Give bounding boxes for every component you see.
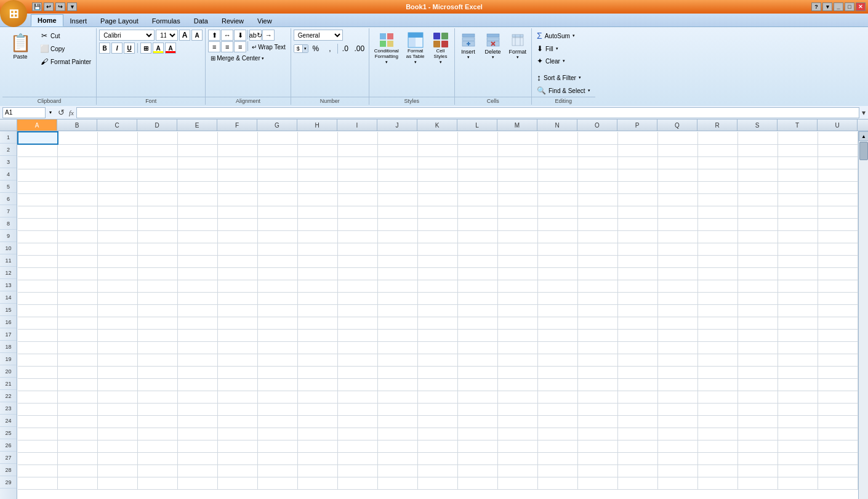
col-header-H[interactable]: H [297, 120, 337, 131]
cell-N9[interactable] [538, 230, 578, 243]
row-num-25[interactable]: 25 [0, 427, 17, 439]
cell-F6[interactable] [218, 193, 258, 206]
cell-T27[interactable] [778, 452, 818, 465]
cell-M11[interactable] [498, 255, 538, 267]
cell-M29[interactable] [498, 477, 538, 489]
cell-O14[interactable] [578, 292, 618, 304]
cell-K4[interactable] [418, 169, 458, 181]
cell-H4[interactable] [298, 169, 338, 181]
col-header-K[interactable]: K [417, 120, 457, 131]
cell-R8[interactable] [697, 218, 737, 230]
cell-T1[interactable] [778, 132, 818, 144]
cell-L13[interactable] [458, 280, 498, 292]
cell-E15[interactable] [178, 304, 218, 317]
cell-T18[interactable] [778, 341, 818, 354]
cell-U12[interactable] [818, 267, 858, 280]
cell-D1[interactable] [138, 132, 178, 144]
cell-F28[interactable] [218, 465, 258, 477]
cell-O7[interactable] [578, 206, 618, 218]
cell-P11[interactable] [618, 255, 658, 267]
cell-A15[interactable] [18, 304, 58, 317]
cell-H10[interactable] [298, 243, 338, 255]
cell-E12[interactable] [178, 267, 218, 280]
col-header-S[interactable]: S [737, 120, 778, 131]
cell-D18[interactable] [138, 341, 178, 354]
cell-styles-button[interactable]: CellStyles ▾ [430, 30, 452, 67]
cell-T5[interactable] [778, 181, 818, 193]
cell-G18[interactable] [258, 341, 298, 354]
decrease-decimal-btn[interactable]: .00 [353, 42, 366, 55]
cell-J23[interactable] [378, 403, 418, 415]
row-num-19[interactable]: 19 [0, 353, 17, 365]
cell-L10[interactable] [458, 243, 498, 255]
cell-U21[interactable] [818, 378, 858, 391]
insert-button[interactable]: Insert ▾ [457, 30, 480, 62]
scroll-up-btn[interactable]: ▲ [859, 131, 868, 141]
tab-view[interactable]: View [251, 14, 279, 26]
cell-Q22[interactable] [658, 391, 698, 403]
cell-S12[interactable] [737, 267, 778, 280]
cell-B27[interactable] [58, 452, 98, 465]
cell-I6[interactable] [338, 193, 378, 206]
cell-F3[interactable] [218, 156, 258, 169]
cell-K13[interactable] [418, 280, 458, 292]
cell-K18[interactable] [418, 341, 458, 354]
cell-N8[interactable] [538, 218, 578, 230]
cell-E11[interactable] [178, 255, 218, 267]
font-color-button[interactable]: A [165, 43, 176, 54]
cell-B14[interactable] [58, 292, 98, 304]
cell-T11[interactable] [778, 255, 818, 267]
cell-M25[interactable] [498, 428, 538, 440]
cell-D23[interactable] [138, 403, 178, 415]
cell-K25[interactable] [418, 428, 458, 440]
cell-T9[interactable] [778, 230, 818, 243]
cell-T6[interactable] [778, 193, 818, 206]
cell-T12[interactable] [778, 267, 818, 280]
cell-D7[interactable] [138, 206, 178, 218]
cell-J29[interactable] [378, 477, 418, 489]
cell-U11[interactable] [818, 255, 858, 267]
cell-Q16[interactable] [658, 317, 698, 329]
cell-M14[interactable] [498, 292, 538, 304]
cell-K19[interactable] [418, 354, 458, 366]
cell-R14[interactable] [697, 292, 737, 304]
row-num-1[interactable]: 1 [0, 131, 17, 144]
cell-I23[interactable] [338, 403, 378, 415]
win-restore-btn[interactable]: □ [845, 2, 854, 11]
cell-G12[interactable] [258, 267, 298, 280]
row-num-13[interactable]: 13 [0, 279, 17, 291]
cell-B18[interactable] [58, 341, 98, 354]
cell-U9[interactable] [818, 230, 858, 243]
cell-R7[interactable] [697, 206, 737, 218]
cell-K26[interactable] [418, 440, 458, 452]
cell-B26[interactable] [58, 440, 98, 452]
cell-N17[interactable] [538, 329, 578, 341]
cell-H19[interactable] [298, 354, 338, 366]
cell-P23[interactable] [618, 403, 658, 415]
cell-H16[interactable] [298, 317, 338, 329]
cell-K10[interactable] [418, 243, 458, 255]
cell-M17[interactable] [498, 329, 538, 341]
align-bottom-btn[interactable]: ⬇ [234, 30, 246, 41]
window-controls[interactable]: ? ▾ _ □ ✕ [811, 2, 866, 11]
cell-K17[interactable] [418, 329, 458, 341]
cell-G16[interactable] [258, 317, 298, 329]
cell-C14[interactable] [98, 292, 138, 304]
cell-D22[interactable] [138, 391, 178, 403]
cell-M22[interactable] [498, 391, 538, 403]
cell-B22[interactable] [58, 391, 98, 403]
cell-N25[interactable] [538, 428, 578, 440]
cell-J20[interactable] [378, 366, 418, 378]
cell-F10[interactable] [218, 243, 258, 255]
cell-O4[interactable] [578, 169, 618, 181]
cell-Q27[interactable] [658, 452, 698, 465]
cell-C19[interactable] [98, 354, 138, 366]
cell-I26[interactable] [338, 440, 378, 452]
cell-A2[interactable] [18, 144, 58, 156]
cell-C13[interactable] [98, 280, 138, 292]
cell-E16[interactable] [178, 317, 218, 329]
save-quick-btn[interactable]: 💾 [32, 2, 42, 11]
cell-K12[interactable] [418, 267, 458, 280]
cell-A6[interactable] [18, 193, 58, 206]
cell-E28[interactable] [178, 465, 218, 477]
